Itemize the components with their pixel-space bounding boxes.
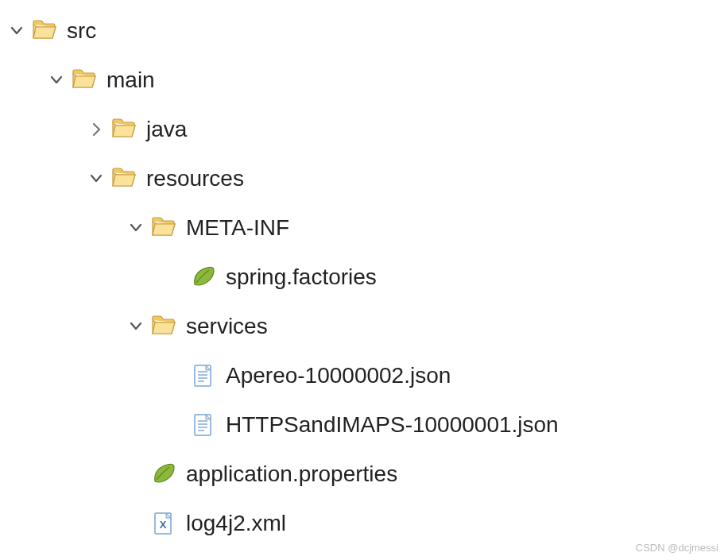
chevron-down-icon[interactable]: [46, 70, 67, 91]
tree-item-log4j2-xml[interactable]: log4j2.xml: [6, 499, 722, 548]
tree-item-label: services: [186, 314, 268, 339]
folder-open-icon: [70, 66, 99, 95]
tree-item-label: HTTPSandIMAPS-10000001.json: [226, 412, 559, 438]
chevron-down-icon[interactable]: [86, 168, 106, 189]
file-xml-icon: [149, 509, 178, 538]
tree-item-java[interactable]: java: [6, 105, 722, 154]
folder-open-icon: [110, 164, 138, 193]
leaf-icon: [149, 460, 178, 489]
chevron-down-icon[interactable]: [126, 316, 146, 337]
tree-item-label: log4j2.xml: [186, 511, 286, 536]
tree-item-services[interactable]: services: [6, 302, 722, 351]
tree-item-application-properties[interactable]: application.properties: [6, 450, 722, 499]
tree-item-metainf[interactable]: META-INF: [6, 203, 722, 253]
tree-item-label: src: [67, 18, 96, 44]
tree-item-src[interactable]: src: [6, 6, 722, 56]
file-text-icon: [189, 411, 218, 439]
tree-item-label: resources: [146, 166, 244, 191]
chevron-right-icon[interactable]: [86, 119, 106, 140]
tree-item-apereo-json[interactable]: Apereo-10000002.json: [6, 351, 722, 400]
chevron-down-icon[interactable]: [126, 218, 146, 238]
watermark-text: CSDN @dcjmessi: [636, 542, 718, 554]
tree-item-spring-factories[interactable]: spring.factories: [6, 253, 722, 302]
tree-item-resources[interactable]: resources: [6, 154, 722, 203]
leaf-icon: [189, 263, 218, 292]
chevron-down-icon[interactable]: [6, 21, 27, 41]
folder-open-icon: [110, 115, 138, 144]
folder-open-icon: [149, 312, 178, 341]
file-text-icon: [189, 361, 218, 390]
tree-item-label: application.properties: [186, 462, 397, 487]
tree-item-httpsimaps-json[interactable]: HTTPSandIMAPS-10000001.json: [6, 400, 722, 450]
tree-item-label: META-INF: [186, 215, 289, 241]
folder-open-icon: [149, 214, 178, 242]
tree-item-label: main: [106, 68, 155, 93]
tree-item-label: java: [146, 117, 187, 142]
file-tree: src main java resources META-INF spring.…: [6, 6, 722, 548]
tree-item-label: Apereo-10000002.json: [226, 363, 451, 388]
folder-open-icon: [30, 17, 59, 45]
tree-item-main[interactable]: main: [6, 56, 722, 105]
tree-item-label: spring.factories: [226, 265, 377, 290]
